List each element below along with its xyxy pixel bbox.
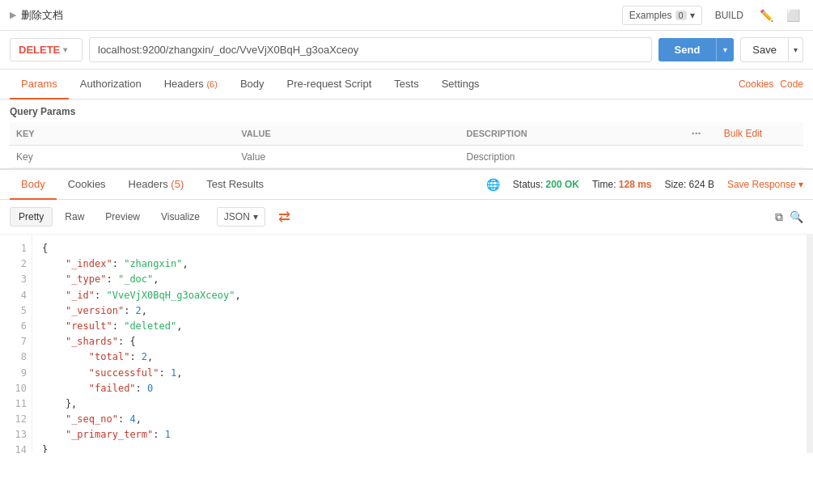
more-options-icon[interactable]: ··· bbox=[692, 127, 701, 140]
code-line-7: "_shards": { bbox=[42, 334, 803, 349]
params-table: KEY VALUE DESCRIPTION ··· Bulk Edit bbox=[10, 122, 803, 168]
code-area: 1234567891011121314 { "_index": "zhangxi… bbox=[0, 235, 813, 453]
value-input[interactable] bbox=[241, 151, 453, 163]
save-response-button[interactable]: Save Response ▾ bbox=[727, 179, 803, 190]
description-column-header: DESCRIPTION bbox=[460, 122, 685, 146]
response-body-toolbar: Pretty Raw Preview Visualize JSON ⇄ ⧉ 🔍 bbox=[0, 200, 813, 235]
bulk-edit-cell: Bulk Edit bbox=[718, 122, 803, 146]
view-tab-preview[interactable]: Preview bbox=[96, 207, 149, 227]
tab-authorization[interactable]: Authorization bbox=[69, 70, 153, 100]
description-cell bbox=[460, 146, 685, 168]
top-bar-right: Examples 0 BUILD ✏️ ⬜ bbox=[622, 6, 803, 25]
search-button[interactable]: 🔍 bbox=[790, 210, 803, 224]
cookies-link[interactable]: Cookies bbox=[739, 78, 773, 90]
code-line-3: "_type": "_doc", bbox=[42, 272, 803, 287]
method-chevron-icon bbox=[63, 45, 67, 54]
format-selector[interactable]: JSON bbox=[217, 207, 265, 227]
actions-column-header: ··· bbox=[685, 122, 718, 146]
value-cell bbox=[235, 146, 459, 168]
send-button[interactable]: Send bbox=[658, 38, 717, 61]
top-bar: ▶ 删除文档 Examples 0 BUILD ✏️ ⬜ bbox=[0, 0, 813, 31]
code-line-10: "failed": 0 bbox=[42, 381, 803, 396]
save-button-group: Save ▾ bbox=[740, 37, 803, 62]
top-bar-left: ▶ 删除文档 bbox=[10, 8, 63, 23]
code-line-1: { bbox=[42, 241, 803, 256]
url-input[interactable] bbox=[89, 37, 652, 62]
save-button[interactable]: Save bbox=[740, 37, 789, 62]
tab-headers[interactable]: Headers (6) bbox=[153, 70, 229, 100]
value-column-header: VALUE bbox=[235, 122, 459, 146]
response-area: Body Cookies Headers (5) Test Results 🌐 … bbox=[0, 168, 813, 453]
examples-chevron-icon bbox=[690, 10, 695, 21]
url-bar: DELETE Send ▾ Save ▾ bbox=[0, 31, 813, 70]
response-status-bar: 🌐 Status: 200 OK Time: 128 ms Size: 624 … bbox=[486, 178, 803, 191]
key-input[interactable] bbox=[16, 151, 228, 163]
size-label: Size: 624 B bbox=[665, 179, 714, 190]
key-cell bbox=[10, 146, 235, 168]
key-column-header: KEY bbox=[10, 122, 235, 146]
code-link[interactable]: Code bbox=[780, 78, 803, 90]
status-value: 200 OK bbox=[546, 179, 579, 190]
edit-icon[interactable]: ✏️ bbox=[756, 6, 777, 25]
params-section-label: Query Params bbox=[10, 106, 803, 117]
time-value: 128 ms bbox=[619, 179, 652, 190]
code-line-6: "result": "deleted", bbox=[42, 319, 803, 334]
description-input[interactable] bbox=[467, 151, 679, 163]
status-label: Status: 200 OK bbox=[513, 179, 579, 190]
wrap-button[interactable]: ⇄ bbox=[272, 205, 297, 229]
resp-tab-test-results[interactable]: Test Results bbox=[195, 170, 275, 200]
view-tab-raw[interactable]: Raw bbox=[56, 207, 93, 227]
tab-tests[interactable]: Tests bbox=[383, 70, 430, 100]
format-chevron-icon bbox=[253, 211, 258, 222]
toolbar-right-actions: ⧉ 🔍 bbox=[775, 210, 803, 224]
copy-button[interactable]: ⧉ bbox=[775, 210, 783, 224]
examples-badge: 0 bbox=[675, 11, 687, 20]
row-extra-cell bbox=[718, 146, 803, 168]
send-dropdown-button[interactable]: ▾ bbox=[716, 38, 734, 61]
page-title: 删除文档 bbox=[21, 8, 63, 23]
params-section: Query Params KEY VALUE DESCRIPTION ··· B… bbox=[0, 100, 813, 168]
back-arrow-icon[interactable]: ▶ bbox=[10, 10, 16, 20]
code-line-14: } bbox=[42, 443, 803, 453]
examples-button[interactable]: Examples 0 bbox=[622, 6, 702, 25]
response-tabs-bar: Body Cookies Headers (5) Test Results 🌐 … bbox=[0, 170, 813, 200]
table-row bbox=[10, 146, 803, 168]
code-line-2: "_index": "zhangxin", bbox=[42, 256, 803, 272]
tab-pre-request-script[interactable]: Pre-request Script bbox=[276, 70, 383, 100]
build-button[interactable]: BUILD bbox=[709, 6, 750, 24]
code-line-8: "total": 2, bbox=[42, 349, 803, 365]
resp-tab-headers[interactable]: Headers (5) bbox=[117, 170, 196, 200]
view-tab-visualize[interactable]: Visualize bbox=[152, 207, 209, 227]
size-value: 624 B bbox=[689, 179, 714, 190]
row-actions-cell bbox=[685, 146, 718, 168]
code-content: { "_index": "zhangxin", "_type": "_doc",… bbox=[32, 235, 813, 453]
format-label: JSON bbox=[224, 211, 250, 222]
code-line-12: "_seq_no": 4, bbox=[42, 412, 803, 427]
tab-params[interactable]: Params bbox=[10, 70, 69, 100]
request-tabs-right: Cookies Code bbox=[739, 78, 803, 90]
code-line-4: "_id": "VveVjX0BqH_g3oaXceoy", bbox=[42, 288, 803, 303]
resp-tab-cookies[interactable]: Cookies bbox=[57, 170, 117, 200]
method-selector[interactable]: DELETE bbox=[10, 38, 83, 61]
send-button-group: Send ▾ bbox=[658, 38, 735, 61]
tab-settings[interactable]: Settings bbox=[430, 70, 491, 100]
examples-label: Examples bbox=[629, 10, 672, 21]
time-label: Time: 128 ms bbox=[592, 179, 652, 190]
request-tabs: Params Authorization Headers (6) Body Pr… bbox=[0, 70, 813, 100]
line-numbers: 1234567891011121314 bbox=[0, 235, 32, 453]
method-label: DELETE bbox=[19, 44, 60, 56]
save-dropdown-button[interactable]: ▾ bbox=[789, 37, 803, 62]
code-line-11: }, bbox=[42, 396, 803, 412]
code-line-5: "_version": 2, bbox=[42, 303, 803, 319]
code-line-13: "_primary_term": 1 bbox=[42, 427, 803, 443]
scrollbar[interactable] bbox=[807, 235, 813, 453]
code-line-9: "successful": 1, bbox=[42, 366, 803, 381]
resp-tab-body[interactable]: Body bbox=[10, 170, 57, 200]
globe-icon: 🌐 bbox=[486, 178, 500, 191]
bulk-edit-button[interactable]: Bulk Edit bbox=[724, 128, 762, 139]
expand-icon[interactable]: ⬜ bbox=[783, 6, 803, 25]
view-tab-pretty[interactable]: Pretty bbox=[10, 207, 53, 227]
tab-body[interactable]: Body bbox=[229, 70, 276, 100]
